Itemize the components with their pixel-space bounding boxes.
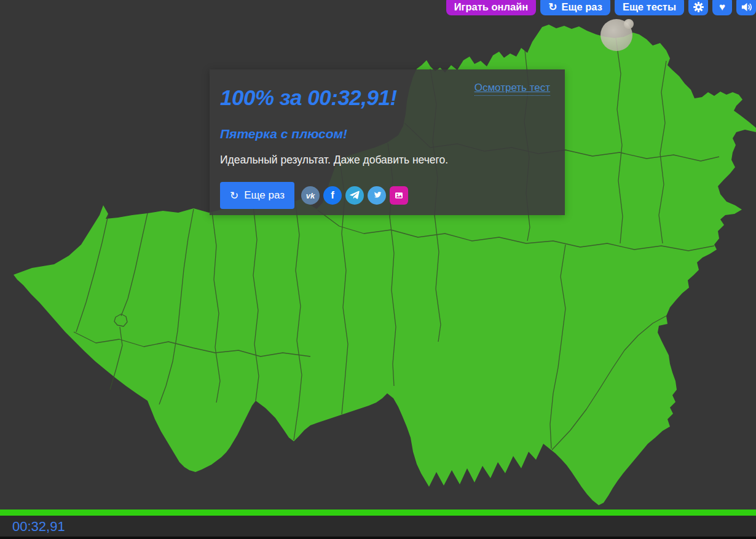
heart-icon: ♥ [719, 2, 725, 12]
progress-bar [0, 509, 756, 516]
more-tests-button[interactable]: Еще тесты [615, 0, 684, 15]
more-tests-label: Еще тесты [623, 1, 676, 13]
refresh-icon: ↻ [548, 2, 557, 12]
review-test-link[interactable]: Осмотреть тест [474, 82, 550, 96]
result-dialog: Осмотреть тест 100% за 00:32,91! Пятерка… [210, 69, 565, 215]
vk-icon: vk [306, 191, 315, 200]
share-vk-button[interactable]: vk [301, 186, 320, 205]
again-button-label: Еще раз [244, 189, 285, 202]
bottom-edge [0, 537, 756, 539]
share-image-button[interactable] [390, 186, 408, 205]
facebook-icon: f [331, 189, 334, 202]
result-subtitle: Пятерка с плюсом! [220, 127, 550, 141]
dialog-actions: ↻ Еще раз vk f [220, 182, 550, 209]
telegram-icon [350, 191, 360, 200]
again-button[interactable]: ↻ Еще раз [220, 182, 294, 209]
progress-fill [0, 509, 756, 516]
favorite-button[interactable]: ♥ [712, 0, 732, 15]
play-again-button[interactable]: ↻ Еще раз [540, 0, 610, 15]
settings-button[interactable] [688, 0, 708, 15]
picture-icon [394, 191, 404, 200]
sound-button[interactable] [736, 0, 756, 15]
toolbar: Играть онлайн ↻ Еще раз Еще тесты [446, 0, 756, 15]
gear-icon [693, 1, 704, 13]
play-again-label: Еще раз [562, 1, 602, 13]
share-telegram-button[interactable] [345, 186, 364, 205]
play-online-button[interactable]: Играть онлайн [446, 0, 537, 15]
refresh-icon: ↻ [230, 191, 238, 201]
result-message: Идеальный результат. Даже добавить нечег… [220, 154, 550, 167]
play-online-label: Играть онлайн [454, 1, 529, 13]
share-facebook-button[interactable]: f [323, 186, 342, 205]
timer-value: 00:32,91 [12, 519, 65, 535]
quiz-app: Играть онлайн ↻ Еще раз Еще тесты [0, 0, 756, 539]
speaker-icon [741, 1, 752, 13]
share-twitter-button[interactable] [368, 186, 386, 205]
twitter-icon [372, 191, 382, 200]
timer-bar: 00:32,91 [0, 516, 756, 537]
